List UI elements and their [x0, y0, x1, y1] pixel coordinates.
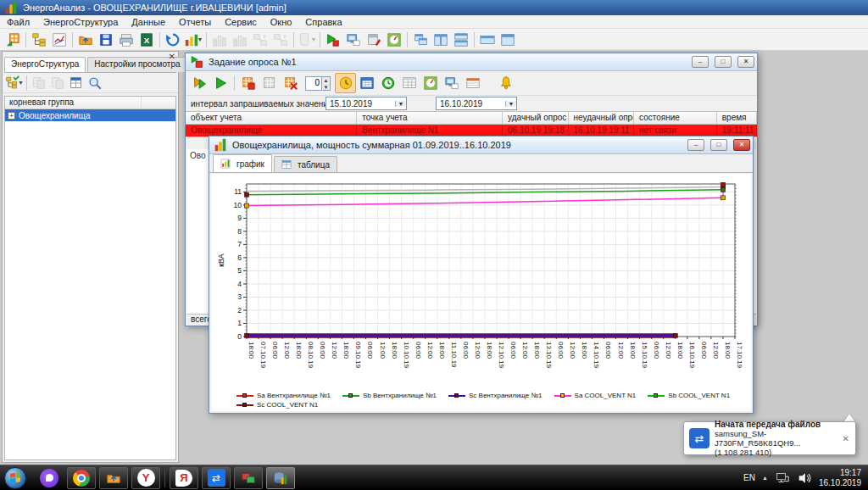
svg-text:18:00: 18:00 [248, 342, 255, 359]
expand-plus-icon[interactable]: + [8, 112, 15, 120]
main-toolbar: X▼xx▼ [0, 29, 868, 51]
taskbar-item-energoanaliz[interactable] [266, 467, 295, 489]
menu-item-4[interactable]: Сервис [218, 17, 264, 27]
poll-play-icon[interactable] [210, 73, 231, 93]
menu-item-3[interactable]: Отчеты [172, 17, 218, 27]
poll-gridstop-icon[interactable] [237, 73, 259, 93]
retry-spinner[interactable]: 0▲▼ [305, 76, 331, 91]
toolbar-tilev-icon[interactable] [431, 31, 451, 49]
toolbar-cascade-icon[interactable] [410, 31, 431, 49]
toolbar-playstop-icon[interactable] [323, 31, 343, 49]
toolbar-separator [26, 75, 27, 91]
taskbar-item-teamviewer[interactable]: ⇄ [202, 467, 231, 489]
toolbar-winbig-icon[interactable] [498, 31, 518, 49]
table-row-cell-0: Овощехранилище [186, 125, 357, 136]
panel-tab-0[interactable]: ЭнергоСтруктура [4, 57, 86, 72]
table-row-cell-3: 16.10.19 19:11 [569, 125, 635, 136]
maximize-button[interactable]: □ [710, 139, 727, 151]
poll-gridgray-icon[interactable] [259, 73, 280, 93]
panel-treecheck-icon[interactable]: ▼ [5, 75, 24, 92]
start-button[interactable] [4, 467, 26, 489]
menu-item-0[interactable]: Файл [0, 17, 36, 27]
hidden-icons-arrow[interactable]: ▲ [762, 475, 768, 481]
chevron-down-icon[interactable]: ▼ [395, 101, 406, 107]
toolbar-separator [234, 75, 235, 91]
maximize-button[interactable]: □ [715, 56, 732, 68]
taskbar-item-yandex-browser[interactable]: Y [131, 467, 160, 489]
toolbar-excel-icon[interactable]: X [136, 31, 157, 49]
structure-panel: ✕ ЭнергоСтруктураНастройки просмотра ▼ к… [2, 51, 179, 463]
poll-gauge-icon[interactable] [420, 73, 441, 93]
taskbar-item-yandex[interactable]: Я [170, 467, 198, 489]
toolbar-chartline-icon[interactable] [49, 31, 70, 49]
taskbar-item-alice[interactable] [35, 467, 64, 489]
toolbar-calcpen-icon[interactable] [364, 31, 384, 49]
poll-clockgreen-icon[interactable] [377, 73, 398, 93]
toolbar-refresh-icon[interactable] [163, 31, 183, 49]
tree-item-selected[interactable]: + Овощехранилища [5, 109, 175, 121]
toolbar-folder-icon[interactable] [75, 31, 96, 49]
svg-text:06:00: 06:00 [271, 342, 279, 359]
toolbar-save-icon[interactable] [96, 31, 116, 49]
structure-tree: корневая группа + Овощехранилища [4, 96, 176, 460]
chart-window-titlebar[interactable]: Овощехранилища, мощность суммарная 01.09… [209, 136, 753, 154]
table-row-cell-5: 19:11:11 [717, 125, 757, 136]
spinner-arrows-icon[interactable]: ▲▼ [321, 77, 330, 90]
poll-tablegray-icon[interactable] [398, 73, 420, 93]
panel-magnifier-icon[interactable] [86, 75, 104, 92]
menu-item-2[interactable]: Данные [125, 17, 172, 27]
poll-bell-icon[interactable] [495, 73, 516, 93]
taskbar-item-remote[interactable] [234, 467, 263, 489]
svg-text:06:00: 06:00 [319, 342, 326, 359]
minimize-button[interactable]: – [692, 56, 709, 68]
poll-clockyellow-icon[interactable] [335, 73, 356, 93]
taskbar-clock[interactable]: 19:17 16.10.2019 [819, 468, 861, 488]
table-row-cell-4: нет связи [634, 125, 717, 136]
toolbar-gauge-icon[interactable] [384, 31, 404, 49]
toolbar-printer-icon[interactable] [116, 31, 136, 49]
taskbar-item-chrome[interactable] [67, 467, 96, 489]
date-from-select[interactable]: 15.10.2019 ▼ [326, 97, 407, 110]
poll-cardtbl-icon[interactable] [462, 73, 483, 93]
tree-header: корневая группа [5, 97, 175, 109]
poll-window-titlebar[interactable]: Задание опроса №1 – □ ✕ [186, 53, 757, 71]
toolbar-separator [320, 32, 320, 47]
panel-close-icon[interactable]: ✕ [169, 52, 175, 61]
language-indicator[interactable]: EN [743, 473, 755, 482]
notification-close-icon[interactable]: ✕ [841, 434, 851, 443]
taskbar-item-explorer[interactable] [99, 467, 128, 489]
toolbar-winwide-icon[interactable] [477, 31, 498, 49]
chart-window-icon [213, 137, 228, 153]
poll-gridx-icon[interactable] [280, 73, 301, 93]
taskbar-divider [164, 469, 165, 487]
poll-calblue-icon[interactable] [356, 73, 377, 93]
toolbar-moncards-icon[interactable] [343, 31, 364, 49]
toolbar-chartmenu-icon[interactable]: ▼ [183, 31, 203, 49]
poll-moncards-icon[interactable] [441, 73, 462, 93]
menu-item-5[interactable]: Окно [264, 17, 299, 27]
close-button[interactable]: ✕ [733, 139, 750, 151]
toolbar-tileh-icon[interactable] [451, 31, 471, 49]
minimize-button[interactable]: – [687, 139, 704, 151]
toolbar-connect-icon[interactable] [3, 31, 23, 49]
legend-label: Sc COOL_VENT N1 [257, 401, 318, 409]
close-button[interactable]: ✕ [737, 56, 754, 68]
toolbar-barsgray-icon [230, 31, 250, 49]
svg-text:12:00: 12:00 [712, 342, 720, 359]
date-to-select[interactable]: 16.10.2019 ▼ [436, 97, 517, 110]
network-icon[interactable] [775, 471, 790, 486]
speaker-icon[interactable] [797, 471, 812, 486]
panel-gridblue-icon[interactable] [67, 75, 86, 92]
poll-play2-icon[interactable] [189, 73, 210, 93]
poll-window-icon [189, 54, 204, 70]
svg-text:06:00: 06:00 [462, 342, 470, 359]
toolbar-tree-icon[interactable] [29, 31, 49, 49]
tab-график[interactable]: график [213, 154, 272, 172]
notification-bytes: (1 108 281 410) [715, 448, 836, 457]
menu-item-6[interactable]: Справка [298, 17, 348, 27]
energoanaliz-icon [273, 471, 288, 486]
chevron-down-icon[interactable]: ▼ [505, 101, 516, 107]
notification-balloon[interactable]: ⇄ Начата передача файлов samsung_SM-J730… [683, 421, 856, 455]
tab-таблица[interactable]: таблица [274, 156, 337, 172]
menu-item-1[interactable]: ЭнергоСтруктура [36, 17, 125, 27]
